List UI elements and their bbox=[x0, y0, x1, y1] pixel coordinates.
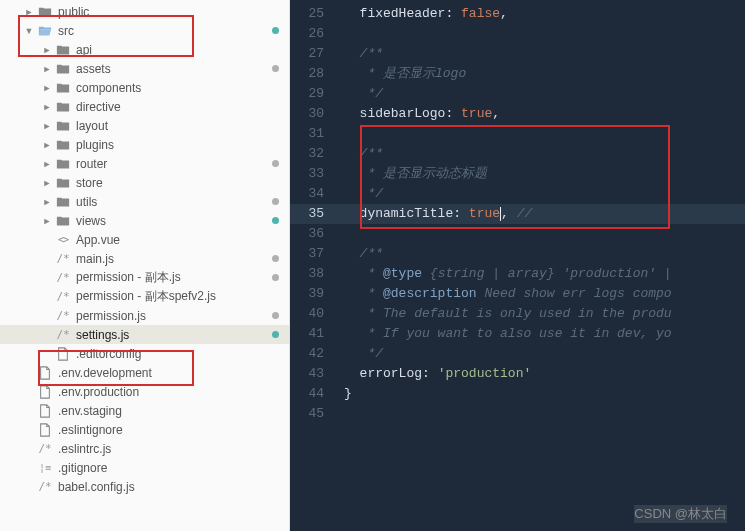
expand-arrow-icon[interactable] bbox=[24, 406, 34, 416]
code-line[interactable]: */ bbox=[336, 184, 745, 204]
expand-arrow-icon[interactable]: ► bbox=[42, 178, 52, 188]
expand-arrow-icon[interactable]: ► bbox=[42, 140, 52, 150]
tree-item[interactable]: ¦≡.gitignore bbox=[0, 458, 289, 477]
tree-item[interactable]: ►assets bbox=[0, 59, 289, 78]
tree-item[interactable]: .eslintignore bbox=[0, 420, 289, 439]
expand-arrow-icon[interactable]: ► bbox=[42, 45, 52, 55]
line-number: 34 bbox=[290, 184, 336, 204]
code-line[interactable]: /** bbox=[336, 244, 745, 264]
tree-item-label: utils bbox=[76, 195, 272, 209]
expand-arrow-icon[interactable] bbox=[42, 311, 52, 321]
tree-item[interactable]: /*babel.config.js bbox=[0, 477, 289, 496]
code-line[interactable] bbox=[336, 224, 745, 244]
tree-item[interactable]: .editorconfig bbox=[0, 344, 289, 363]
expand-arrow-icon[interactable]: ► bbox=[42, 216, 52, 226]
tree-item-label: .env.production bbox=[58, 385, 289, 399]
tree-item[interactable]: ►public bbox=[0, 2, 289, 21]
expand-arrow-icon[interactable]: ► bbox=[24, 7, 34, 17]
code-line[interactable]: * @description Need show err logs compo bbox=[336, 284, 745, 304]
tree-item[interactable]: /*permission - 副本spefv2.js bbox=[0, 287, 289, 306]
tree-item[interactable]: ►plugins bbox=[0, 135, 289, 154]
code-line[interactable]: /** bbox=[336, 144, 745, 164]
tree-item[interactable]: /*.eslintrc.js bbox=[0, 439, 289, 458]
expand-arrow-icon[interactable]: ▼ bbox=[24, 26, 34, 36]
expand-arrow-icon[interactable] bbox=[42, 349, 52, 359]
tree-item[interactable]: ►api bbox=[0, 40, 289, 59]
tree-item-label: permission.js bbox=[76, 309, 272, 323]
expand-arrow-icon[interactable] bbox=[24, 482, 34, 492]
tree-item[interactable]: ►router bbox=[0, 154, 289, 173]
tree-item-label: .eslintrc.js bbox=[58, 442, 289, 456]
code-line[interactable]: */ bbox=[336, 344, 745, 364]
expand-arrow-icon[interactable] bbox=[24, 387, 34, 397]
tree-item-label: api bbox=[76, 43, 289, 57]
code-line[interactable]: * The default is only used in the produ bbox=[336, 304, 745, 324]
tree-item[interactable]: .env.production bbox=[0, 382, 289, 401]
expand-arrow-icon[interactable] bbox=[24, 368, 34, 378]
expand-arrow-icon[interactable]: ► bbox=[42, 121, 52, 131]
tree-item[interactable]: .env.staging bbox=[0, 401, 289, 420]
tree-item[interactable]: .env.development bbox=[0, 363, 289, 382]
tree-item[interactable]: ►store bbox=[0, 173, 289, 192]
expand-arrow-icon[interactable]: ► bbox=[42, 83, 52, 93]
tree-item[interactable]: /*permission.js bbox=[0, 306, 289, 325]
tree-item[interactable]: ►utils bbox=[0, 192, 289, 211]
expand-arrow-icon[interactable] bbox=[42, 235, 52, 245]
expand-arrow-icon[interactable] bbox=[24, 444, 34, 454]
expand-arrow-icon[interactable] bbox=[24, 425, 34, 435]
expand-arrow-icon[interactable] bbox=[42, 254, 52, 264]
code-editor[interactable]: 2526272829303132333435363738394041424344… bbox=[290, 0, 745, 531]
folder-open-icon bbox=[37, 23, 53, 39]
watermark: CSDN @林太白 bbox=[634, 505, 727, 523]
code-line[interactable]: */ bbox=[336, 84, 745, 104]
tree-item-label: assets bbox=[76, 62, 272, 76]
line-number: 36 bbox=[290, 224, 336, 244]
code-area[interactable]: fixedHeader: false, /** * 是否显示logo */ si… bbox=[336, 4, 745, 424]
code-line[interactable] bbox=[336, 124, 745, 144]
expand-arrow-icon[interactable]: ► bbox=[42, 159, 52, 169]
folder-icon bbox=[55, 99, 71, 115]
file-tree[interactable]: ►public▼src►api►assets►components►direct… bbox=[0, 0, 290, 531]
code-line[interactable]: * 是否显示logo bbox=[336, 64, 745, 84]
code-line[interactable]: sidebarLogo: true, bbox=[336, 104, 745, 124]
status-dot bbox=[272, 65, 279, 72]
code-line[interactable]: * 是否显示动态标题 bbox=[336, 164, 745, 184]
tree-item-label: plugins bbox=[76, 138, 289, 152]
tree-item-label: layout bbox=[76, 119, 289, 133]
tree-item[interactable]: ►layout bbox=[0, 116, 289, 135]
line-number: 28 bbox=[290, 64, 336, 84]
code-line[interactable]: * @type {string | array} 'production' | bbox=[336, 264, 745, 284]
tree-item[interactable]: <>App.vue bbox=[0, 230, 289, 249]
code-line[interactable]: fixedHeader: false, bbox=[336, 4, 745, 24]
tree-item-label: App.vue bbox=[76, 233, 289, 247]
code-line[interactable]: /** bbox=[336, 44, 745, 64]
line-number: 43 bbox=[290, 364, 336, 384]
expand-arrow-icon[interactable]: ► bbox=[42, 64, 52, 74]
tree-item-label: babel.config.js bbox=[58, 480, 289, 494]
tree-item-label: directive bbox=[76, 100, 289, 114]
tree-item-label: components bbox=[76, 81, 289, 95]
code-line[interactable] bbox=[336, 24, 745, 44]
expand-arrow-icon[interactable]: ► bbox=[42, 102, 52, 112]
tree-item[interactable]: /*permission - 副本.js bbox=[0, 268, 289, 287]
expand-arrow-icon[interactable]: ► bbox=[42, 197, 52, 207]
tree-item[interactable]: ►components bbox=[0, 78, 289, 97]
tree-item[interactable]: ►directive bbox=[0, 97, 289, 116]
expand-arrow-icon[interactable] bbox=[42, 273, 52, 283]
code-line[interactable]: dynamicTitle: true, // bbox=[336, 204, 745, 224]
expand-arrow-icon[interactable] bbox=[24, 463, 34, 473]
code-line[interactable]: errorLog: 'production' bbox=[336, 364, 745, 384]
line-number: 27 bbox=[290, 44, 336, 64]
code-line[interactable]: * If you want to also use it in dev, yo bbox=[336, 324, 745, 344]
code-line[interactable]: } bbox=[336, 384, 745, 404]
expand-arrow-icon[interactable] bbox=[42, 330, 52, 340]
expand-arrow-icon[interactable] bbox=[42, 292, 52, 302]
tree-item[interactable]: /*main.js bbox=[0, 249, 289, 268]
folder-icon bbox=[55, 80, 71, 96]
tree-item[interactable]: /*settings.js bbox=[0, 325, 289, 344]
code-line[interactable] bbox=[336, 404, 745, 424]
tree-item[interactable]: ▼src bbox=[0, 21, 289, 40]
tree-item-label: store bbox=[76, 176, 289, 190]
tree-item[interactable]: ►views bbox=[0, 211, 289, 230]
status-dot bbox=[272, 27, 279, 34]
